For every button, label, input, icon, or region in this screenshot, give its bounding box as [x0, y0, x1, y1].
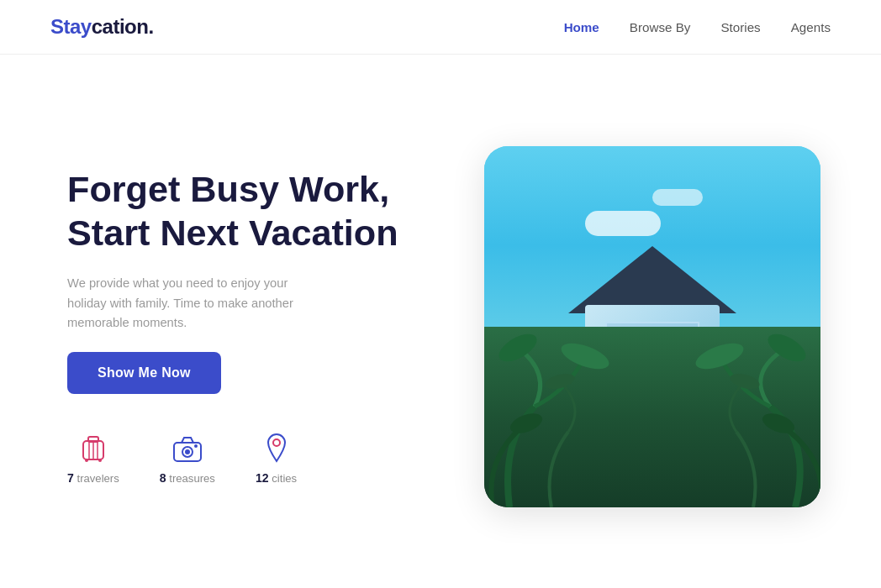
- cloud-2: [652, 189, 703, 206]
- hero-image-wrapper: [484, 146, 820, 507]
- camera-icon: [169, 429, 206, 466]
- svg-point-9: [185, 449, 190, 454]
- svg-point-13: [558, 338, 613, 374]
- show-me-now-button[interactable]: Show Me Now: [67, 352, 221, 394]
- nav-stories[interactable]: Stories: [720, 20, 760, 34]
- cloud-1: [585, 211, 661, 236]
- logo-rest: cation.: [92, 15, 154, 38]
- hero-title: Forget Busy Work, Start Next Vacation: [67, 168, 424, 255]
- svg-point-16: [693, 338, 747, 374]
- svg-point-5: [85, 459, 88, 462]
- location-icon: [258, 429, 295, 466]
- hero-image-panel: [474, 146, 831, 507]
- cities-label: 12 cities: [256, 471, 297, 485]
- luggage-icon: [75, 429, 112, 466]
- nav-home[interactable]: Home: [564, 20, 599, 34]
- header: Staycation. Home Browse By Stories Agent…: [0, 0, 881, 55]
- plants-svg: [484, 291, 820, 507]
- svg-point-11: [273, 439, 280, 446]
- stat-travelers: 7 travelers: [67, 429, 119, 485]
- hero-left: Forget Busy Work, Start Next Vacation We…: [67, 168, 424, 484]
- logo: Staycation.: [50, 15, 154, 39]
- stat-cities: 12 cities: [256, 429, 297, 485]
- stats-row: 7 travelers 8 treasures: [67, 429, 424, 485]
- main-nav: Home Browse By Stories Agents: [564, 20, 831, 34]
- hero-subtitle: We provide what you need to enjoy your h…: [67, 274, 319, 333]
- nav-browse-by[interactable]: Browse By: [630, 20, 691, 34]
- logo-stay: Stay: [50, 15, 92, 38]
- nav-agents[interactable]: Agents: [791, 20, 831, 34]
- treasures-label: 8 treasures: [160, 471, 215, 485]
- stat-treasures: 8 treasures: [160, 429, 215, 485]
- scene: [484, 146, 820, 507]
- travelers-label: 7 travelers: [67, 471, 119, 485]
- svg-point-6: [98, 459, 102, 462]
- svg-point-10: [194, 444, 198, 448]
- main-content: Forget Busy Work, Start Next Vacation We…: [0, 55, 881, 581]
